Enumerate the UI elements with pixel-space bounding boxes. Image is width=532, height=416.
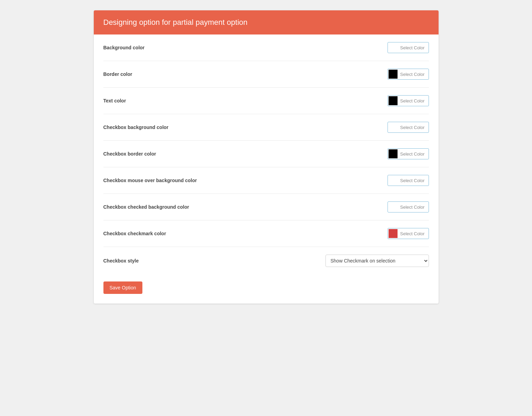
row-text-color: Text colorSelect Color [103, 88, 429, 114]
control-checkbox-style: Show Checkmark on selectionFill on selec… [325, 255, 429, 267]
control-background-color: Select Color [388, 42, 429, 53]
main-card: Designing option for partial payment opt… [94, 10, 439, 304]
label-border-color: Border color [103, 71, 388, 77]
checkbox-style-select[interactable]: Show Checkmark on selectionFill on selec… [325, 255, 429, 267]
color-picker-btn-background-color[interactable]: Select Color [388, 42, 429, 53]
color-swatch-background-color [389, 43, 398, 52]
card-header: Designing option for partial payment opt… [94, 10, 439, 34]
control-border-color: Select Color [388, 69, 429, 80]
row-checkbox-background-color: Checkbox background colorSelect Color [103, 114, 429, 141]
label-checkbox-checked-bg: Checkbox checked background color [103, 204, 388, 210]
color-picker-btn-checkbox-background-color[interactable]: Select Color [388, 122, 429, 133]
color-picker-btn-checkbox-checked-bg[interactable]: Select Color [388, 201, 429, 212]
control-checkbox-checked-bg: Select Color [388, 201, 429, 212]
color-swatch-checkbox-background-color [389, 123, 398, 132]
color-btn-label-checkbox-checkmark-color: Select Color [398, 231, 428, 236]
control-text-color: Select Color [388, 95, 429, 106]
color-btn-label-checkbox-border-color: Select Color [398, 151, 428, 157]
color-swatch-border-color [389, 70, 398, 79]
color-btn-label-checkbox-background-color: Select Color [398, 125, 428, 130]
color-swatch-text-color [389, 96, 398, 105]
color-btn-label-text-color: Select Color [398, 98, 428, 103]
save-option-button[interactable]: Save Option [103, 281, 142, 294]
row-checkbox-mouseover-bg: Checkbox mouse over background colorSele… [103, 167, 429, 194]
label-checkbox-background-color: Checkbox background color [103, 125, 388, 130]
control-checkbox-checkmark-color: Select Color [388, 228, 429, 239]
card-body: Background colorSelect ColorBorder color… [94, 34, 439, 304]
control-checkbox-border-color: Select Color [388, 148, 429, 159]
color-swatch-checkbox-mouseover-bg [389, 176, 398, 185]
control-checkbox-background-color: Select Color [388, 122, 429, 133]
color-picker-btn-checkbox-checkmark-color[interactable]: Select Color [388, 228, 429, 239]
row-checkbox-checkmark-color: Checkbox checkmark colorSelect Color [103, 220, 429, 247]
row-background-color: Background colorSelect Color [103, 34, 429, 61]
page-title: Designing option for partial payment opt… [103, 18, 429, 27]
color-btn-label-checkbox-mouseover-bg: Select Color [398, 178, 428, 183]
label-checkbox-mouseover-bg: Checkbox mouse over background color [103, 178, 388, 183]
color-btn-label-border-color: Select Color [398, 72, 428, 77]
label-text-color: Text color [103, 98, 388, 103]
row-checkbox-style: Checkbox styleShow Checkmark on selectio… [103, 247, 429, 275]
color-picker-btn-border-color[interactable]: Select Color [388, 69, 429, 80]
color-swatch-checkbox-border-color [389, 149, 398, 158]
label-checkbox-border-color: Checkbox border color [103, 151, 388, 157]
label-checkbox-checkmark-color: Checkbox checkmark color [103, 231, 388, 236]
row-border-color: Border colorSelect Color [103, 61, 429, 88]
color-picker-btn-checkbox-mouseover-bg[interactable]: Select Color [388, 175, 429, 186]
color-btn-label-background-color: Select Color [398, 45, 428, 50]
color-swatch-checkbox-checkmark-color [389, 229, 398, 238]
label-background-color: Background color [103, 45, 388, 50]
row-checkbox-border-color: Checkbox border colorSelect Color [103, 141, 429, 167]
color-btn-label-checkbox-checked-bg: Select Color [398, 205, 428, 210]
color-swatch-checkbox-checked-bg [389, 202, 398, 211]
color-picker-btn-checkbox-border-color[interactable]: Select Color [388, 148, 429, 159]
control-checkbox-mouseover-bg: Select Color [388, 175, 429, 186]
label-checkbox-style: Checkbox style [103, 258, 325, 264]
color-picker-btn-text-color[interactable]: Select Color [388, 95, 429, 106]
row-checkbox-checked-bg: Checkbox checked background colorSelect … [103, 194, 429, 220]
